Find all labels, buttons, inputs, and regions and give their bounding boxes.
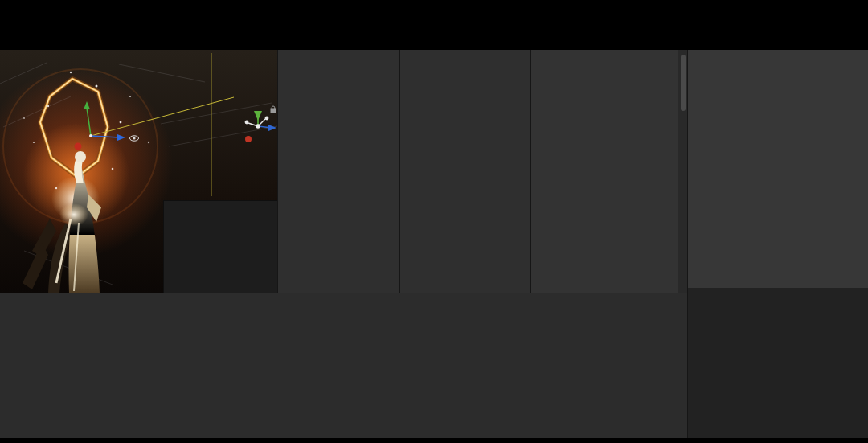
hierarchy-panel: [277, 50, 399, 293]
inspector-panel: [687, 50, 868, 288]
particle-curves-panel: [687, 288, 868, 438]
top-letterbox: [0, 0, 868, 50]
project-tree-panel: [399, 50, 530, 293]
project-grid-scrollbar[interactable]: [678, 50, 687, 293]
project-assets-panel: [530, 50, 678, 293]
particle-effect-panel: [163, 200, 277, 293]
scene-view[interactable]: [0, 50, 277, 293]
timeline-panel: [0, 293, 687, 438]
bottom-letterbox: [0, 438, 868, 443]
unity-editor-window: [0, 0, 868, 443]
